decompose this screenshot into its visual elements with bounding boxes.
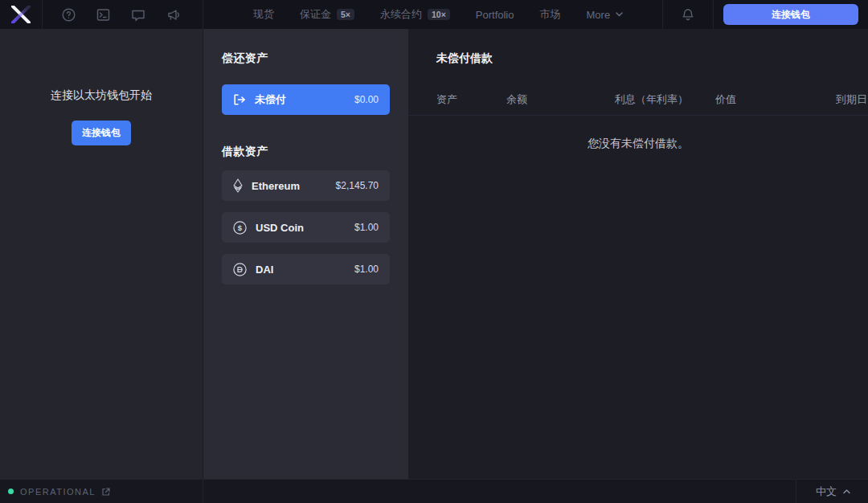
loans-table-header: 资产 余额 利息（年利率） 价值 到期日 xyxy=(408,84,868,116)
ethereum-icon xyxy=(233,178,243,193)
leverage-badge-10x: 10× xyxy=(428,9,450,21)
asset-value: $2,145.70 xyxy=(336,180,379,191)
nav-perpetual[interactable]: 永续合约 10× xyxy=(380,7,450,22)
notifications-bell-icon[interactable] xyxy=(663,8,713,22)
column-value: 价值 xyxy=(715,92,836,107)
main-nav: 现货 保证金 5× 永续合约 10× Portfolio 市场 More xyxy=(253,7,623,22)
language-label: 中文 xyxy=(816,485,837,499)
topbar: 现货 保证金 5× 永续合约 10× Portfolio 市场 More 连接钱… xyxy=(0,0,868,29)
nav-spot[interactable]: 现货 xyxy=(253,7,274,22)
chat-icon[interactable] xyxy=(131,8,145,22)
outstanding-value: $0.00 xyxy=(354,94,379,105)
empty-loans-message: 您没有未偿付借款。 xyxy=(408,137,868,151)
nav-margin[interactable]: 保证金 5× xyxy=(300,7,354,22)
column-asset: 资产 xyxy=(436,92,506,107)
status-label: OPERATIONAL xyxy=(20,487,96,497)
topbar-divider xyxy=(203,0,203,29)
usdc-icon: $ xyxy=(233,221,247,235)
asset-row-ethereum[interactable]: Ethereum $2,145.70 xyxy=(222,170,390,201)
nav-perpetual-label: 永续合约 xyxy=(380,7,422,22)
connect-wallet-button-panel[interactable]: 连接钱包 xyxy=(72,121,131,145)
help-icon[interactable] xyxy=(62,8,76,22)
borrow-assets-heading: 借款资产 xyxy=(222,145,390,159)
topbar-divider xyxy=(42,0,43,29)
external-link-icon xyxy=(102,488,110,496)
asset-name: DAI xyxy=(256,264,273,276)
dai-icon xyxy=(233,263,247,276)
topbar-icon-group xyxy=(62,8,182,22)
outstanding-row[interactable]: 未偿付 $0.00 xyxy=(222,84,390,115)
asset-name: Ethereum xyxy=(252,180,300,192)
language-selector[interactable]: 中文 xyxy=(796,480,868,503)
svg-text:$: $ xyxy=(238,223,243,232)
chevron-up-icon xyxy=(843,489,850,494)
nav-markets[interactable]: 市场 xyxy=(540,7,561,22)
nav-spot-label: 现货 xyxy=(253,7,274,22)
terminal-icon[interactable] xyxy=(96,8,110,22)
asset-value: $1.00 xyxy=(354,222,379,233)
nav-portfolio-label: Portfolio xyxy=(476,9,514,21)
connect-wallet-button[interactable]: 连接钱包 xyxy=(723,4,858,25)
outstanding-label: 未偿付 xyxy=(255,92,286,107)
asset-value: $1.00 xyxy=(354,264,379,275)
main-content: 连接以太坊钱包开始 连接钱包 偿还资产 未偿付 $0.00 借款资产 xyxy=(0,29,868,479)
connect-prompt-text: 连接以太坊钱包开始 xyxy=(51,88,152,103)
asset-row-usdcoin[interactable]: $ USD Coin $1.00 xyxy=(222,212,390,243)
statusbar: OPERATIONAL 中文 xyxy=(0,479,868,503)
leverage-badge-5x: 5× xyxy=(337,9,354,21)
nav-portfolio[interactable]: Portfolio xyxy=(476,9,514,21)
megaphone-icon[interactable] xyxy=(166,8,182,22)
repay-panel: 偿还资产 未偿付 $0.00 借款资产 Ethereum $2,145 xyxy=(203,29,408,479)
asset-row-dai[interactable]: DAI $1.00 xyxy=(222,254,390,284)
column-due-date: 到期日 xyxy=(836,92,867,107)
nav-markets-label: 市场 xyxy=(540,7,561,22)
dydx-logo[interactable] xyxy=(0,6,42,23)
topbar-divider xyxy=(713,0,714,29)
nav-more[interactable]: More xyxy=(587,9,624,21)
asset-name: USD Coin xyxy=(256,222,304,234)
status-dot xyxy=(8,489,14,494)
column-balance: 余额 xyxy=(506,92,615,107)
outstanding-loans-heading: 未偿付借款 xyxy=(408,51,868,66)
operational-status-link[interactable]: OPERATIONAL xyxy=(0,480,203,503)
repay-assets-heading: 偿还资产 xyxy=(222,51,390,66)
chevron-down-icon xyxy=(616,12,623,17)
column-interest-apr: 利息（年利率） xyxy=(615,92,715,107)
nav-more-label: More xyxy=(587,9,611,21)
wallet-connect-panel: 连接以太坊钱包开始 连接钱包 xyxy=(0,29,203,479)
nav-margin-label: 保证金 xyxy=(300,7,331,22)
repay-icon xyxy=(233,94,246,105)
outstanding-loans-panel: 未偿付借款 资产 余额 利息（年利率） 价值 到期日 您没有未偿付借款。 xyxy=(408,29,868,479)
